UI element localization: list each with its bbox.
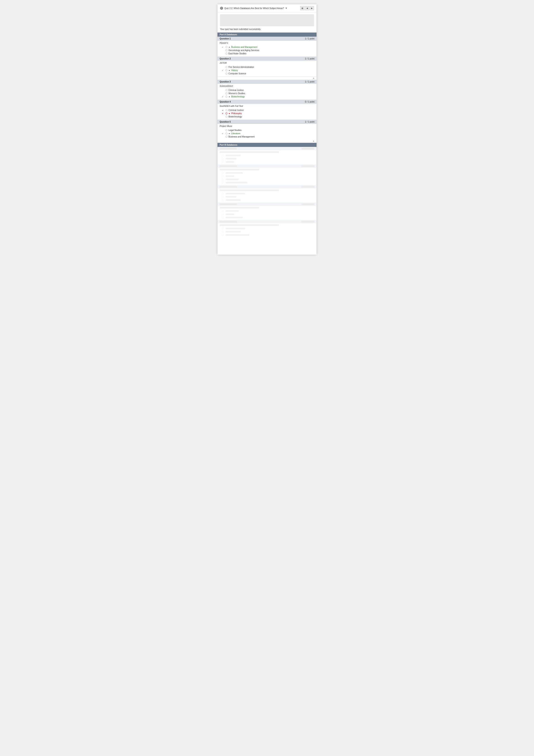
answer-text: Gerontology and Aging Services xyxy=(228,49,259,51)
question-5-prompt: Project Muse xyxy=(217,124,317,128)
radio-circle xyxy=(225,136,227,138)
next-button[interactable]: ▶ xyxy=(310,6,314,10)
x-icon: ✕ xyxy=(222,113,224,115)
question-block-2: Question 2 1 / 1 point JSTOR Fire Servic… xyxy=(217,57,317,77)
answer-item: Biotechnology xyxy=(222,115,314,118)
question-2-answers: Fire Service Administration ✓ ★ History … xyxy=(217,65,317,76)
check-icon: ✓ xyxy=(222,96,224,98)
check-icon: ✓ xyxy=(222,132,224,135)
radio-circle xyxy=(225,73,227,74)
answer-item: ✓ ★ Business and Management xyxy=(222,45,314,49)
star-icon: ★ xyxy=(228,96,230,98)
header-area: Your quiz has been submitted successfull… xyxy=(217,12,317,33)
dropdown-icon[interactable]: ▼ xyxy=(285,7,287,9)
question-block-5: Question 5 1 / 1 point Project Muse Lega… xyxy=(217,120,317,143)
question-4-score: 0 / 1 point xyxy=(305,101,314,103)
header-banner xyxy=(220,14,314,26)
quiz-title-bar: ? Quiz 2.2: Which Databases Are Best for… xyxy=(220,7,287,10)
star-icon: ★ xyxy=(228,46,230,48)
answer-text: Biotechnology xyxy=(231,95,245,98)
answer-text: Criminal Justice xyxy=(228,109,244,111)
question-2-prompt: JSTOR xyxy=(217,61,317,65)
answer-text: Computer Science xyxy=(228,72,246,75)
answer-item: ✓ ★ History xyxy=(222,69,314,72)
radio-circle xyxy=(225,96,227,97)
part-a-header: Part A Databases xyxy=(217,33,317,37)
question-row-1: Question 1 1 / 1 point xyxy=(217,37,317,41)
question-block-3: Question 3 1 / 1 point ScienceDirect Cri… xyxy=(217,80,317,100)
radio-circle xyxy=(225,66,227,68)
radio-circle xyxy=(225,132,227,134)
nav-controls: ▦ ◀ ▶ xyxy=(300,6,314,10)
answer-text: East Asian Studies xyxy=(228,52,246,55)
answer-item: ✕ ★ Philosophy xyxy=(222,112,314,115)
answer-text: Business and Management xyxy=(228,136,255,138)
radio-circle xyxy=(225,116,227,118)
answer-item: Women's Studies xyxy=(222,92,314,95)
scroll-up-button[interactable]: ∧ xyxy=(313,77,314,79)
top-bar: ? Quiz 2.2: Which Databases Are Best for… xyxy=(217,4,317,12)
star-icon: ★ xyxy=(228,113,230,115)
question-row-2: Question 2 1 / 1 point xyxy=(217,57,317,61)
part-b-header: Part B Databases xyxy=(217,143,317,147)
answer-text: History xyxy=(231,69,238,71)
star-icon: ★ xyxy=(228,132,230,135)
question-5-answers: Legal Studies ✓ ★ Literature Business an… xyxy=(217,128,317,140)
radio-circle xyxy=(225,69,227,71)
question-3-prompt: ScienceDirect xyxy=(217,84,317,88)
answer-text: Criminal Justice xyxy=(228,89,244,91)
question-1-score: 1 / 1 point xyxy=(305,38,314,40)
question-2-score: 1 / 1 point xyxy=(305,58,314,60)
question-3-score: 1 / 1 point xyxy=(305,81,314,83)
answer-item: Computer Science xyxy=(222,72,314,75)
radio-circle xyxy=(225,109,227,111)
quiz-title: Quiz 2.2: Which Databases Are Best for W… xyxy=(224,7,284,10)
answer-item: East Asian Studies xyxy=(222,52,314,55)
radio-circle xyxy=(225,93,227,94)
star-icon: ★ xyxy=(228,69,230,71)
question-5-label: Question 5 xyxy=(220,121,231,123)
question-3-answers: Criminal Justice Women's Studies ✓ ★ Bio… xyxy=(217,88,317,99)
grid-button[interactable]: ▦ xyxy=(300,6,304,10)
answer-item: ➜ Criminal Justice xyxy=(222,109,314,112)
question-4-answers: ➜ Criminal Justice ✕ ★ Philosophy Biotec… xyxy=(217,108,317,120)
question-5-score: 1 / 1 point xyxy=(305,121,314,123)
answer-item: Business and Management xyxy=(222,135,314,138)
radio-circle xyxy=(225,53,227,55)
question-1-label: Question 1 xyxy=(220,38,231,40)
question-1-prompt: Hoover's xyxy=(217,41,317,45)
question-2-label: Question 2 xyxy=(220,58,231,60)
question-row-3: Question 3 1 / 1 point xyxy=(217,80,317,84)
answer-item: ✓ ★ Literature xyxy=(222,132,314,135)
main-content: Your quiz has been submitted successfull… xyxy=(217,12,317,255)
answer-item: Legal Studies xyxy=(222,129,314,132)
scroll-up-indicator-2: ∧ xyxy=(217,140,317,143)
question-row-5: Question 5 1 / 1 point xyxy=(217,120,317,124)
radio-circle xyxy=(225,49,227,51)
check-icon: ✓ xyxy=(222,46,224,48)
answer-text: Business and Management xyxy=(231,46,257,48)
question-1-answers: ✓ ★ Business and Management Gerontology … xyxy=(217,45,317,56)
scroll-up-button-2[interactable]: ∧ xyxy=(313,140,314,142)
question-3-label: Question 3 xyxy=(220,81,231,83)
answer-text: Fire Service Administration xyxy=(228,66,254,68)
answer-text: Legal Studies xyxy=(228,129,242,131)
help-icon[interactable]: ? xyxy=(220,7,223,10)
radio-circle xyxy=(225,113,227,114)
answer-text: Philosophy xyxy=(231,112,242,115)
radio-circle xyxy=(225,46,227,48)
answer-text: Biotechnology xyxy=(228,116,242,118)
prev-button[interactable]: ◀ xyxy=(305,6,309,10)
question-row-4: Question 4 0 / 1 point xyxy=(217,100,317,104)
scroll-up-indicator: ∧ xyxy=(217,77,317,80)
question-4-label: Question 4 xyxy=(220,101,231,103)
radio-circle xyxy=(225,129,227,131)
answer-item: Fire Service Administration xyxy=(222,66,314,69)
answer-text: Literature xyxy=(231,132,240,135)
radio-circle xyxy=(225,89,227,91)
part-b-blurred xyxy=(217,147,317,236)
arrow-icon: ➜ xyxy=(222,109,224,111)
question-block-1: Question 1 1 / 1 point Hoover's ✓ ★ Busi… xyxy=(217,37,317,57)
answer-item: Criminal Justice xyxy=(222,89,314,92)
answer-item: ✓ ★ Biotechnology xyxy=(222,95,314,98)
